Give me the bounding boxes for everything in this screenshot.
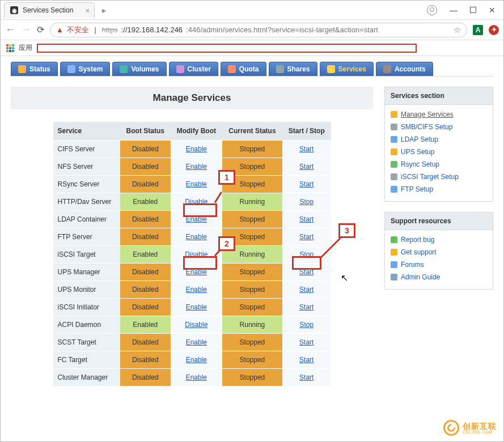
close-tab-icon[interactable]: × <box>85 6 90 15</box>
current-status-cell: Stopped <box>222 334 282 351</box>
bookmarks-bar: 应用 <box>1 40 503 56</box>
start-stop-link[interactable]: Start <box>299 145 314 153</box>
modify-boot-link[interactable]: Enable <box>186 286 207 294</box>
modify-boot-link[interactable]: Enable <box>186 303 207 311</box>
sidebar-services-title: Services section <box>385 87 493 105</box>
shares-icon <box>276 65 284 73</box>
profile-icon[interactable] <box>427 5 437 15</box>
nav-cluster[interactable]: Cluster <box>169 62 218 76</box>
modify-boot-link[interactable]: Disable <box>185 321 207 329</box>
bookmark-star-icon[interactable]: ☆ <box>454 25 461 35</box>
apps-grid-icon[interactable] <box>6 44 14 52</box>
nav-status[interactable]: Status <box>11 62 58 76</box>
start-stop-link[interactable]: Start <box>299 356 314 364</box>
sidebar-link[interactable]: UPS Setup <box>401 148 434 156</box>
tab-favicon: ◉ <box>10 6 18 14</box>
apps-label[interactable]: 应用 <box>19 43 32 53</box>
modify-boot-link[interactable]: Enable <box>186 356 207 364</box>
modify-boot-link[interactable]: Enable <box>186 268 207 276</box>
service-name-cell: LDAP Container <box>53 211 120 228</box>
sidebar-link[interactable]: LDAP Setup <box>401 135 438 143</box>
start-stop-link[interactable]: Stop <box>299 198 314 206</box>
start-stop-link[interactable]: Start <box>299 373 314 381</box>
start-stop-link[interactable]: Start <box>299 303 314 311</box>
sidebar-link[interactable]: Rsync Setup <box>401 160 439 168</box>
sidebar-link[interactable]: SMB/CIFS Setup <box>401 123 452 131</box>
modify-boot-link[interactable]: Enable <box>186 338 207 346</box>
maximize-button[interactable] <box>470 7 476 13</box>
sidebar-item[interactable]: Forums <box>391 258 487 271</box>
start-stop-link[interactable]: Start <box>299 163 314 171</box>
nav-system[interactable]: System <box>60 62 111 76</box>
modify-boot-link[interactable]: Enable <box>186 373 207 381</box>
boot-status-cell: Enabled <box>120 246 171 264</box>
start-stop-link[interactable]: Stop <box>299 321 314 329</box>
browser-tab[interactable]: ◉ Services Section × <box>4 2 95 18</box>
nav-quota[interactable]: Quota <box>221 62 266 76</box>
modify-boot-link[interactable]: Enable <box>186 180 207 188</box>
sidebar-bullet-icon <box>391 111 397 118</box>
modify-boot-link[interactable]: Disable <box>185 198 207 206</box>
sidebar-item[interactable]: FTP Setup <box>391 183 487 196</box>
sidebar-item[interactable]: SMB/CIFS Setup <box>391 121 487 133</box>
boot-status-cell: Disabled <box>120 228 171 246</box>
current-status-cell: Stopped <box>222 351 282 369</box>
sidebar-item[interactable]: Report bug <box>391 233 487 246</box>
current-status-cell: Stopped <box>222 264 282 281</box>
modify-boot-cell: Enable <box>171 264 222 281</box>
sidebar-item[interactable]: Rsync Setup <box>391 158 487 171</box>
start-stop-link[interactable]: Start <box>299 215 314 223</box>
modify-boot-cell: Enable <box>171 351 222 369</box>
start-stop-link[interactable]: Start <box>299 286 314 294</box>
modify-boot-link[interactable]: Enable <box>186 215 207 223</box>
annotation-callout-2: 2 <box>218 236 235 251</box>
service-name-cell: ACPI Daemon <box>53 316 120 334</box>
nav-volumes[interactable]: Volumes <box>112 62 166 76</box>
sidebar-item[interactable]: UPS Setup <box>391 146 487 158</box>
nav-accounts[interactable]: Accounts <box>376 62 433 76</box>
extension-a-icon[interactable]: A <box>473 25 483 35</box>
nav-services[interactable]: Services <box>320 62 374 76</box>
modify-boot-link[interactable]: Enable <box>186 233 207 241</box>
th-modify: Modify Boot <box>171 122 222 141</box>
reload-button[interactable]: ⟳ <box>37 24 44 35</box>
start-stop-link[interactable]: Start <box>299 233 314 241</box>
table-row: Cluster ManagerDisabledEnableStoppedStar… <box>53 369 331 386</box>
start-stop-link[interactable]: Start <box>299 180 314 188</box>
url-host: ://192.168.142.246 <box>121 26 183 34</box>
modify-boot-cell: Enable <box>171 228 222 246</box>
minimize-button[interactable]: — <box>450 6 458 15</box>
sidebar-item[interactable]: LDAP Setup <box>391 133 487 146</box>
sidebar-link[interactable]: Report bug <box>401 236 434 244</box>
boot-status-cell: Disabled <box>120 211 171 228</box>
status-icon <box>18 65 26 73</box>
sidebar-item[interactable]: Get support <box>391 246 487 258</box>
sidebar-link[interactable]: Get support <box>401 248 437 256</box>
start-stop-link[interactable]: Start <box>299 338 314 346</box>
back-button[interactable]: ← <box>5 24 15 36</box>
modify-boot-cell: Disable <box>171 316 222 334</box>
sidebar-item[interactable]: iSCSI Target Setup <box>391 171 487 183</box>
service-name-cell: UPS Manager <box>53 264 120 281</box>
url-bar[interactable]: ▲ 不安全 | https ://192.168.142.246 :446/ad… <box>50 23 467 37</box>
start-stop-link[interactable]: Stop <box>299 250 314 258</box>
sidebar-link[interactable]: iSCSI Target Setup <box>401 173 459 181</box>
sidebar-bullet-icon <box>391 249 397 256</box>
sidebar-item[interactable]: Manage Services <box>391 108 487 121</box>
modify-boot-link[interactable]: Disable <box>185 250 207 258</box>
modify-boot-link[interactable]: Enable <box>186 163 207 171</box>
sidebar-link[interactable]: Manage Services <box>401 110 454 118</box>
sidebar-bullet-icon <box>391 161 397 168</box>
sidebar-link[interactable]: Admin Guide <box>401 273 440 281</box>
close-window-button[interactable]: ✕ <box>489 6 495 15</box>
sidebar-item[interactable]: Admin Guide <box>391 271 487 283</box>
nav-shares[interactable]: Shares <box>269 62 317 76</box>
sidebar-link[interactable]: FTP Setup <box>401 185 433 193</box>
start-stop-link[interactable]: Start <box>299 268 314 276</box>
extension-adblock-icon[interactable]: ✦ <box>489 25 499 35</box>
service-name-cell: UPS Monitor <box>53 281 120 299</box>
modify-boot-link[interactable]: Enable <box>186 145 207 153</box>
sidebar-link[interactable]: Forums <box>401 261 424 269</box>
boot-status-cell: Disabled <box>120 351 171 369</box>
new-tab-button[interactable]: ▸ <box>98 5 109 16</box>
